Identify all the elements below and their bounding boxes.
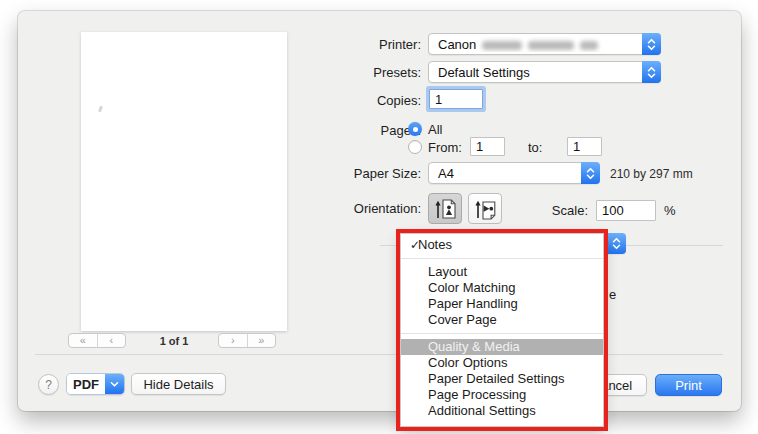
pages-from-input[interactable] bbox=[470, 137, 505, 156]
page-nav-back-group: « ‹ bbox=[68, 333, 126, 348]
pages-from-radio[interactable] bbox=[408, 140, 422, 154]
menu-item-cover-page[interactable]: Cover Page bbox=[401, 312, 603, 328]
pdf-menu-button[interactable]: PDF bbox=[66, 373, 125, 395]
page-indicator: 1 of 1 bbox=[138, 335, 210, 347]
paper-size-value: A4 bbox=[429, 166, 581, 181]
next-page-button[interactable]: › bbox=[219, 334, 247, 347]
menu-item-paper-detailed-settings[interactable]: Paper Detailed Settings bbox=[401, 371, 603, 387]
menu-item-page-processing[interactable]: Page Processing bbox=[401, 387, 603, 403]
page-nav-forward-group: › » bbox=[218, 333, 276, 348]
print-dialog: « ‹ 1 of 1 › » Printer: Canon Presets: D… bbox=[18, 11, 741, 411]
print-preview-page bbox=[81, 32, 287, 331]
pages-all-label: All bbox=[428, 122, 442, 137]
page-content-mark bbox=[98, 106, 103, 113]
occluded-label-fragment: e bbox=[609, 287, 616, 302]
checkmark-icon: ✓ bbox=[401, 237, 418, 253]
orientation-label: Orientation: bbox=[271, 201, 421, 216]
copies-label: Copies: bbox=[271, 93, 421, 108]
help-button[interactable]: ? bbox=[38, 374, 59, 395]
stepper-icon bbox=[642, 61, 661, 83]
printer-value: Canon bbox=[429, 37, 642, 52]
chevron-down-icon bbox=[105, 374, 124, 394]
paper-dimensions: 210 by 297 mm bbox=[610, 167, 693, 181]
menu-item-layout[interactable]: Layout bbox=[401, 264, 603, 280]
pages-all-radio[interactable] bbox=[408, 122, 422, 136]
pdf-label: PDF bbox=[67, 374, 105, 394]
menu-item-color-matching[interactable]: Color Matching bbox=[401, 280, 603, 296]
redacted-printer-name bbox=[580, 41, 598, 50]
scale-label: Scale: bbox=[438, 203, 588, 218]
footer-divider bbox=[35, 354, 723, 355]
paper-size-select[interactable]: A4 bbox=[428, 162, 600, 184]
hide-details-button[interactable]: Hide Details bbox=[131, 373, 226, 395]
scale-input[interactable] bbox=[596, 200, 656, 221]
print-button[interactable]: Print bbox=[655, 374, 722, 396]
redacted-printer-name bbox=[528, 41, 574, 50]
pages-to-label: to: bbox=[528, 140, 542, 155]
paper-size-label: Paper Size: bbox=[271, 166, 421, 181]
pages-from-label: From: bbox=[428, 140, 462, 155]
pages-label: Pages: bbox=[271, 123, 421, 138]
menu-separator bbox=[401, 258, 603, 259]
pages-to-input[interactable] bbox=[567, 137, 602, 156]
presets-value: Default Settings bbox=[429, 65, 642, 80]
menu-item-additional-settings[interactable]: Additional Settings bbox=[401, 403, 603, 419]
presets-select[interactable]: Default Settings bbox=[428, 61, 661, 83]
copies-input[interactable] bbox=[429, 89, 483, 109]
panes-dropdown-menu: ✓ Notes Layout Color Matching Paper Hand… bbox=[400, 233, 604, 427]
menu-item-notes[interactable]: ✓ Notes bbox=[401, 237, 603, 253]
presets-label: Presets: bbox=[271, 65, 421, 80]
scale-unit: % bbox=[664, 203, 676, 218]
stepper-icon bbox=[581, 162, 600, 184]
last-page-button[interactable]: » bbox=[247, 334, 276, 347]
stepper-icon bbox=[642, 33, 661, 55]
previous-page-button[interactable]: ‹ bbox=[97, 334, 126, 347]
redacted-printer-name bbox=[482, 41, 522, 50]
menu-item-paper-handling[interactable]: Paper Handling bbox=[401, 296, 603, 312]
menu-item-quality-media[interactable]: Quality & Media bbox=[401, 339, 603, 355]
stepper-icon bbox=[607, 233, 626, 254]
printer-select[interactable]: Canon bbox=[428, 33, 661, 55]
first-page-button[interactable]: « bbox=[69, 334, 97, 347]
printer-label: Printer: bbox=[271, 37, 421, 52]
menu-item-color-options[interactable]: Color Options bbox=[401, 355, 603, 371]
menu-separator bbox=[401, 333, 603, 334]
